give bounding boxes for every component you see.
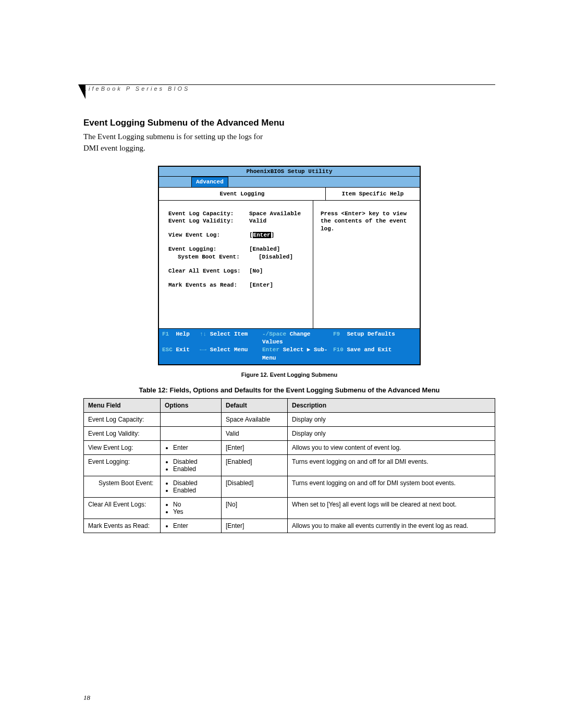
cell-options: Enter [161,441,222,455]
capacity-value: Space Available [249,210,301,218]
bios-panel-headings: Event Logging Item Specific Help [159,188,420,201]
cell-options: Enter [161,519,222,533]
mark-value[interactable]: [Enter] [249,281,273,289]
capacity-label: Event Log Capacity: [168,210,249,218]
mark-label: Mark Events as Read: [168,281,249,289]
cell-description: Display only [288,427,495,441]
cell-default: [Enter] [222,441,288,455]
cell-default: [Enabled] [222,455,288,476]
cell-description: Allows you to view content of event log. [288,441,495,455]
th-default: Default [222,399,288,413]
logging-value[interactable]: [Enabled] [249,245,280,253]
spec-table: Menu Field Options Default Description E… [83,398,495,533]
bios-left-heading: Event Logging [159,188,326,200]
bios-screenshot: PhoenixBIOS Setup Utility Advanced Event… [158,166,421,366]
table-row: View Event Log:Enter[Enter]Allows you to… [84,441,495,455]
cell-menu-field: System Boot Event: [84,476,161,498]
section-body: The Event Logging submenu is for setting… [83,131,271,154]
th-description: Description [288,399,495,413]
section-title: Event Logging Submenu of the Advanced Me… [83,118,495,128]
corner-ornament [78,84,85,99]
cell-description: When set to [Yes] all event logs will be… [288,498,495,519]
document-page: LifeBook P Series BIOS Event Logging Sub… [0,0,563,728]
cell-default: Space Available [222,413,288,427]
cell-menu-field: Event Logging: [84,455,161,476]
cell-description: Turns event logging on and off for DMI s… [288,476,495,498]
cell-menu-field: Event Log Validity: [84,427,161,441]
bios-tab-row: Advanced [159,177,420,188]
table-row: Event Logging:DisabledEnabled[Enabled]Tu… [84,455,495,476]
view-label: View Event Log: [168,231,249,239]
cell-menu-field: View Event Log: [84,441,161,455]
cell-description: Allows you to make all events currently … [288,519,495,533]
cell-options [161,427,222,441]
bios-fields-panel: Event Log Capacity: Space Available Even… [159,201,313,328]
cell-description: Turns event logging on and off for all D… [288,455,495,476]
cell-options: DisabledEnabled [161,455,222,476]
logging-label: Event Logging: [168,245,249,253]
cell-default: Valid [222,427,288,441]
table-row: Clear All Event Logs:NoYes[No]When set t… [84,498,495,519]
table-row: Event Log Validity:ValidDisplay only [84,427,495,441]
cell-default: [Disabled] [222,476,288,498]
boot-label: System Boot Event: [168,253,259,261]
th-options: Options [161,399,222,413]
cell-description: Display only [288,413,495,427]
cell-options [161,413,222,427]
cell-menu-field: Event Log Capacity: [84,413,161,427]
cell-options: DisabledEnabled [161,476,222,498]
view-value[interactable]: [Enter] [249,231,274,239]
cell-default: [No] [222,498,288,519]
bios-footer: F1 Help ↑↓ Select Item -/Space Change Va… [159,329,420,365]
cell-menu-field: Clear All Event Logs: [84,498,161,519]
bios-tab-advanced[interactable]: Advanced [191,177,228,187]
table-title: Table 12: Fields, Options and Defaults f… [83,386,495,394]
cell-menu-field: Mark Events as Read: [84,519,161,533]
table-row: Event Log Capacity:Space AvailableDispla… [84,413,495,427]
cell-options: NoYes [161,498,222,519]
page-number: 18 [83,694,90,702]
validity-label: Event Log Validity: [168,217,249,225]
th-menu-field: Menu Field [84,399,161,413]
boot-value[interactable]: [Disabled] [259,253,293,261]
clear-value[interactable]: [No] [249,267,263,275]
bios-help-panel: Press <Enter> key to view the contents o… [313,201,420,328]
bios-title: PhoenixBIOS Setup Utility [159,167,420,177]
validity-value: Valid [249,217,266,225]
table-row: Mark Events as Read:Enter[Enter]Allows y… [84,519,495,533]
table-header-row: Menu Field Options Default Description [84,399,495,413]
cell-default: [Enter] [222,519,288,533]
top-rule [84,84,495,85]
clear-label: Clear All Event Logs: [168,267,249,275]
table-row: System Boot Event:DisabledEnabled[Disabl… [84,476,495,498]
running-header: LifeBook P Series BIOS [83,85,495,92]
figure-caption: Figure 12. Event Logging Submenu [83,372,495,378]
bios-right-heading: Item Specific Help [326,188,420,200]
